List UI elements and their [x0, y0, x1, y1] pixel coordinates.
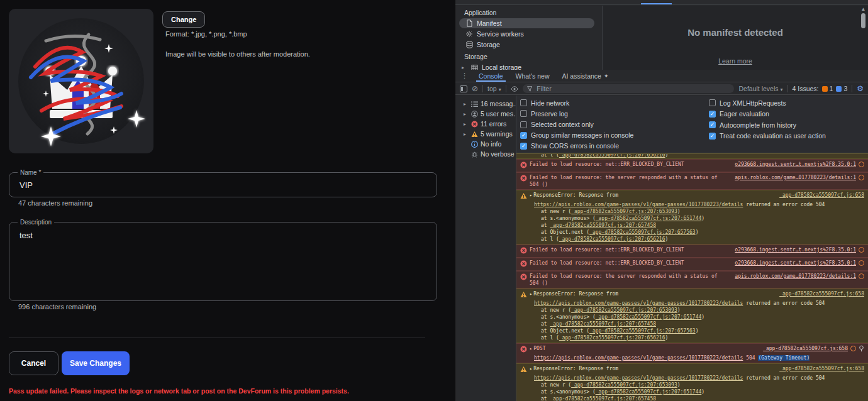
- checkbox[interactable]: [520, 121, 527, 128]
- console-error-message[interactable]: Failed to load resource: net::ERR_BLOCKE…: [516, 244, 868, 258]
- request-url-link[interactable]: https://apis.roblox.com/game-passes/v1/g…: [534, 202, 743, 207]
- name-input[interactable]: Name * VIP: [9, 172, 437, 197]
- expand-arrow-icon[interactable]: ▸: [464, 121, 469, 127]
- description-input[interactable]: Description test: [9, 222, 437, 301]
- stack-link[interactable]: _app-d78582ca555097cf.js:207:653093: [571, 307, 677, 313]
- console-filter-16-messag-[interactable]: ▸16 messag…: [455, 99, 516, 109]
- expand-arrow-icon[interactable]: ▸: [464, 101, 469, 107]
- tree-item-manifest[interactable]: Manifest: [459, 18, 594, 28]
- console-warning-message[interactable]: ▸ResponseError: Response from_app-d78582…: [516, 288, 868, 343]
- stack-link[interactable]: _app-d78582ca555097cf.js:207:651744: [596, 389, 702, 395]
- cancel-button[interactable]: Cancel: [9, 351, 58, 375]
- issue-icon[interactable]: [859, 162, 864, 167]
- console-warning-message[interactable]: ▸ResponseError: Response from_app-d78582…: [516, 190, 868, 244]
- stack-link[interactable]: _app-d78582ca555097cf.js:207:657458: [550, 222, 656, 228]
- clear-console-icon[interactable]: ⊘: [472, 84, 478, 93]
- expand-arrow-icon[interactable]: ▸: [530, 346, 532, 351]
- setting-selected-context-only[interactable]: Selected context only: [520, 119, 709, 129]
- console-error-message[interactable]: ▸POST_app-d78582ca555097cf.js:658https:/…: [516, 343, 868, 363]
- source-link[interactable]: apis.roblox.com/game…017780223/details:1: [735, 174, 856, 181]
- live-expression-eye-icon[interactable]: [511, 86, 518, 92]
- stack-link[interactable]: _app-d78582ca555097cf.js:207:653093: [571, 382, 677, 388]
- stack-link[interactable]: _app-d78582ca555097cf.js:207:656216: [559, 236, 665, 242]
- stack-link[interactable]: _app-d78582ca555097cf.js:207:651744: [596, 314, 702, 320]
- stack-link[interactable]: _app-d78582ca555097cf.js:207:657563: [589, 328, 696, 334]
- source-link[interactable]: _app-d78582ca555097cf.js:658: [779, 290, 864, 297]
- change-image-button[interactable]: Change: [162, 11, 205, 28]
- tab-what-s-new[interactable]: What's new: [509, 70, 556, 82]
- console-error-message[interactable]: Failed to load resource: net::ERR_BLOCKE…: [516, 159, 868, 172]
- request-url-link[interactable]: https://apis.roblox.com/game-passes/v1/g…: [534, 375, 743, 381]
- scroll-up-icon[interactable]: ▲: [860, 7, 866, 12]
- scrollbar-thumb[interactable]: [861, 13, 865, 28]
- issues-counter[interactable]: 4 Issues: 1 3: [793, 85, 848, 92]
- console-filter-no-verbose[interactable]: No verbose: [455, 149, 516, 159]
- setting-preserve-log[interactable]: Preserve log: [520, 108, 709, 119]
- learn-more-link[interactable]: Learn more: [718, 57, 752, 65]
- console-filter-no-info[interactable]: No info: [455, 139, 516, 149]
- stack-link[interactable]: _app-d78582ca555097cf.js:207:653093: [571, 209, 677, 214]
- pin-icon[interactable]: [859, 345, 864, 352]
- request-url-link[interactable]: https://apis.roblox.com/game-passes/v1/g…: [534, 300, 743, 306]
- stack-link[interactable]: _app-d78582ca555097cf.js:207:656216: [559, 153, 665, 158]
- setting-log-xmlhttprequests[interactable]: Log XMLHttpRequests: [709, 97, 864, 109]
- log-levels-dropdown[interactable]: Default levels▾: [738, 85, 782, 92]
- expand-arrow-icon[interactable]: ▸: [464, 111, 469, 117]
- checkbox[interactable]: [709, 99, 716, 106]
- issue-icon[interactable]: [850, 346, 856, 351]
- expand-arrow-icon[interactable]: ▸: [530, 193, 532, 198]
- tree-item-local-storage[interactable]: ▸Local storage: [459, 62, 594, 70]
- stack-link[interactable]: _app-d78582ca555097cf.js:207:656216: [559, 335, 665, 341]
- stack-link[interactable]: _app-d78582ca555097cf.js:207:657458: [550, 396, 656, 401]
- setting-show-cors-errors-in-console[interactable]: ✓Show CORS errors in console: [520, 141, 709, 151]
- console-settings-gear-icon[interactable]: ⚙: [857, 84, 864, 93]
- console-warning-message[interactable]: at l (_app-d78582ca555097cf.js:207:65621…: [516, 153, 868, 159]
- setting-hide-network[interactable]: Hide network: [520, 97, 709, 108]
- source-link[interactable]: o293668.ingest.sentr…t.nextjs%2F8.35.0:1: [735, 246, 856, 253]
- setting-eager-evaluation[interactable]: ✓Eager evaluation: [709, 109, 864, 120]
- checkbox[interactable]: [520, 99, 527, 106]
- context-selector[interactable]: top▾: [487, 85, 501, 92]
- checkbox[interactable]: ✓: [520, 143, 527, 150]
- more-tabs-icon[interactable]: ⋮: [455, 72, 472, 80]
- issue-icon[interactable]: [859, 247, 864, 253]
- source-link[interactable]: _app-d78582ca555097cf.js:658: [763, 345, 848, 352]
- source-link[interactable]: apis.roblox.com/game…017780223/details:1: [735, 273, 856, 280]
- expand-arrow-icon[interactable]: ▸: [530, 292, 532, 297]
- issue-icon[interactable]: [859, 273, 864, 279]
- filter-box[interactable]: [523, 84, 735, 93]
- checkbox[interactable]: ✓: [520, 132, 527, 139]
- console-sidebar-toggle-icon[interactable]: [460, 85, 467, 92]
- console-error-message[interactable]: Failed to load resource: net::ERR_BLOCKE…: [516, 258, 868, 271]
- setting-autocomplete-from-history[interactable]: ✓Autocomplete from history: [709, 119, 864, 131]
- setting-treat-code-evaluation-as-user-action[interactable]: ✓Treat code evaluation as user action: [709, 131, 864, 142]
- source-link[interactable]: _app-d78582ca555097cf.js:658: [779, 192, 864, 199]
- devtools-tabstrip[interactable]: [455, 0, 868, 5]
- source-link[interactable]: _app-d78582ca555097cf.js:658: [779, 365, 864, 372]
- expand-arrow-icon[interactable]: ▸: [462, 65, 467, 70]
- filter-input[interactable]: [535, 84, 730, 93]
- console-error-message[interactable]: Failed to load resource: the server resp…: [516, 271, 868, 288]
- checkbox[interactable]: ✓: [709, 121, 716, 128]
- request-url-link[interactable]: https://apis.roblox.com/game-passes/v1/g…: [534, 355, 743, 361]
- console-filter-5-warnings[interactable]: ▸5 warnings: [455, 129, 516, 139]
- console-warning-message[interactable]: ▸ResponseError: Response from_app-d78582…: [516, 363, 868, 401]
- expand-arrow-icon[interactable]: ▸: [530, 366, 532, 371]
- checkbox[interactable]: [520, 110, 527, 117]
- tree-scrollbar[interactable]: ▲: [860, 7, 866, 67]
- save-changes-button[interactable]: Save Changes: [62, 351, 130, 375]
- console-filter-11-errors[interactable]: ▸11 errors: [455, 119, 516, 129]
- source-link[interactable]: o293668.ingest.sentr…t.nextjs%2F8.35.0:1: [735, 161, 856, 168]
- setting-group-similar-messages-in-console[interactable]: ✓Group similar messages in console: [520, 130, 709, 141]
- tab-console[interactable]: Console: [472, 70, 509, 82]
- issue-icon[interactable]: [859, 260, 864, 266]
- checkbox[interactable]: ✓: [709, 111, 716, 118]
- expand-arrow-icon[interactable]: ▸: [464, 131, 469, 137]
- source-link[interactable]: o293668.ingest.sentr…t.nextjs%2F8.35.0:1: [735, 260, 856, 266]
- issue-icon[interactable]: [859, 175, 864, 180]
- stack-link[interactable]: _app-d78582ca555097cf.js:207:657563: [589, 229, 696, 235]
- console-error-message[interactable]: Failed to load resource: the server resp…: [516, 172, 868, 190]
- tree-item-service-workers[interactable]: Service workers: [459, 29, 594, 39]
- tree-item-storage[interactable]: Storage: [459, 40, 594, 50]
- stack-link[interactable]: _app-d78582ca555097cf.js:207:657458: [550, 321, 656, 327]
